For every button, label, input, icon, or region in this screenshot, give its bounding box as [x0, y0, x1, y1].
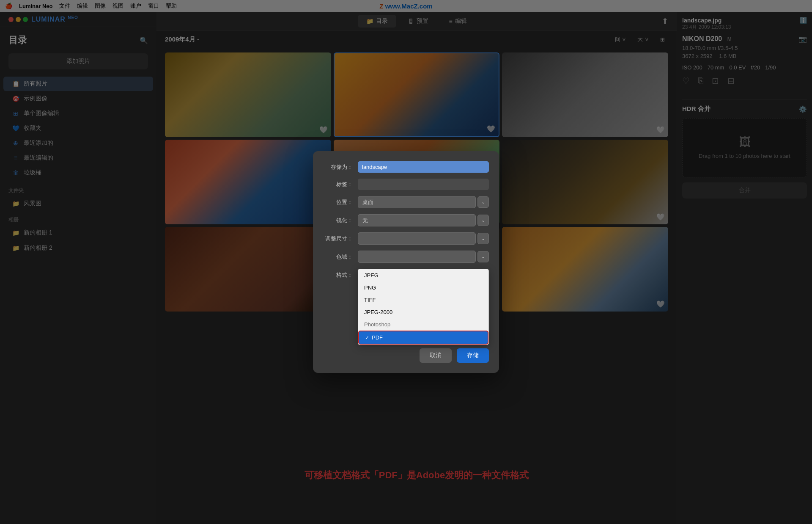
format-dropdown-container: JPEG PNG TIFF JPEG-2000 Photoshop ✓ PDF — [358, 269, 489, 345]
resize-arrow[interactable]: ⌄ — [477, 233, 489, 244]
format-option-pdf[interactable]: ✓ PDF — [358, 331, 488, 345]
location-row: 位置： 桌面 ⌄ — [323, 196, 489, 208]
format-option-tiff[interactable]: TIFF — [358, 294, 488, 306]
format-option-jpeg[interactable]: JPEG — [358, 269, 488, 281]
colorspace-combo: ⌄ — [358, 251, 489, 263]
tag-row: 标签： — [323, 179, 489, 190]
save-as-row: 存储为： — [323, 161, 489, 173]
format-row: 格式： JPEG PNG TIFF JPEG-2000 Photoshop ✓ … — [323, 269, 489, 345]
format-option-png[interactable]: PNG — [358, 281, 488, 294]
colorspace-select[interactable] — [358, 251, 476, 263]
colorspace-row: 色域： ⌄ — [323, 251, 489, 263]
cancel-button[interactable]: 取消 — [420, 348, 452, 363]
format-option-photoshop[interactable]: Photoshop — [358, 318, 488, 331]
sharpening-combo: 无 ⌄ — [358, 214, 489, 226]
sharpening-label: 锐化： — [323, 217, 353, 224]
location-arrow[interactable]: ⌄ — [477, 196, 489, 208]
resize-row: 调整尺寸： ⌄ — [323, 232, 489, 245]
tag-label: 标签： — [323, 181, 353, 188]
sharpening-arrow[interactable]: ⌄ — [477, 215, 489, 226]
save-button[interactable]: 存储 — [457, 348, 489, 363]
resize-label: 调整尺寸： — [323, 235, 353, 243]
dialog-overlay: 存储为： 标签： 位置： 桌面 ⌄ 锐化： 无 ⌄ — [0, 0, 812, 524]
format-pdf-label: PDF — [372, 334, 383, 341]
sharpening-select[interactable]: 无 — [358, 214, 476, 226]
format-dropdown-list: JPEG PNG TIFF JPEG-2000 Photoshop ✓ PDF — [358, 269, 489, 345]
save-as-input[interactable] — [358, 161, 489, 173]
sharpening-row: 锐化： 无 ⌄ — [323, 214, 489, 226]
save-as-label: 存储为： — [323, 163, 353, 171]
check-icon: ✓ — [365, 335, 369, 341]
colorspace-label: 色域： — [323, 253, 353, 261]
colorspace-arrow[interactable]: ⌄ — [477, 251, 489, 262]
format-label: 格式： — [323, 269, 353, 279]
format-option-jpeg2000[interactable]: JPEG-2000 — [358, 306, 488, 318]
location-select[interactable]: 桌面 — [358, 196, 476, 208]
location-select-group: 桌面 ⌄ — [358, 196, 489, 208]
location-label: 位置： — [323, 199, 353, 206]
resize-combo: ⌄ — [358, 232, 489, 245]
tag-input[interactable] — [358, 179, 489, 190]
save-dialog: 存储为： 标签： 位置： 桌面 ⌄ 锐化： 无 ⌄ — [313, 151, 499, 373]
resize-select[interactable] — [358, 232, 476, 245]
dialog-buttons: 取消 存储 — [323, 348, 489, 363]
